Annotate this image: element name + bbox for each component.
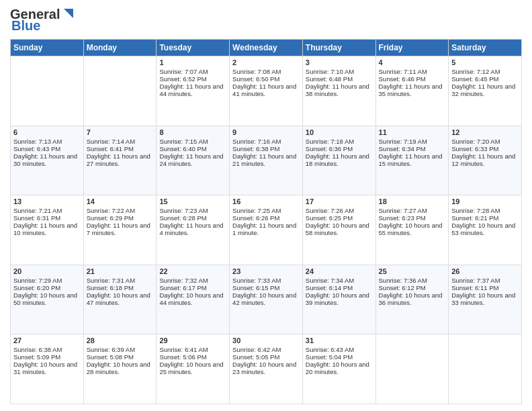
calendar-cell: 27Sunrise: 6:38 AMSunset: 5:09 PMDayligh…	[11, 334, 84, 404]
calendar-cell: 12Sunrise: 7:20 AMSunset: 6:33 PMDayligh…	[449, 126, 522, 195]
sunset-text: Sunset: 5:05 PM	[232, 353, 300, 361]
calendar-cell	[11, 56, 84, 126]
day-number: 4	[379, 58, 446, 66]
calendar-cell: 19Sunrise: 7:28 AMSunset: 6:21 PMDayligh…	[449, 195, 522, 265]
sunrise-text: Sunrise: 7:22 AM	[87, 207, 154, 214]
calendar-cell: 10Sunrise: 7:18 AMSunset: 6:36 PMDayligh…	[302, 126, 375, 195]
sunset-text: Sunset: 6:25 PM	[306, 214, 373, 222]
sunset-text: Sunset: 6:18 PM	[87, 284, 154, 291]
calendar-cell: 15Sunrise: 7:23 AMSunset: 6:28 PMDayligh…	[157, 195, 230, 265]
daylight-text: Daylight: 10 hours and 33 minutes.	[451, 291, 519, 306]
daylight-text: Daylight: 10 hours and 23 minutes.	[232, 361, 300, 375]
calendar-cell: 28Sunrise: 6:39 AMSunset: 5:08 PMDayligh…	[83, 334, 157, 404]
day-number: 30	[232, 336, 300, 345]
weekday-header-thursday: Thursday	[302, 40, 375, 56]
sunrise-text: Sunrise: 7:25 AM	[232, 207, 300, 214]
sunrise-text: Sunrise: 7:32 AM	[159, 277, 226, 284]
daylight-text: Daylight: 10 hours and 31 minutes.	[13, 361, 81, 375]
daylight-text: Daylight: 10 hours and 42 minutes.	[232, 291, 300, 306]
sunrise-text: Sunrise: 7:15 AM	[159, 138, 226, 145]
day-number: 1	[159, 58, 226, 66]
sunset-text: Sunset: 6:11 PM	[451, 284, 519, 291]
sunrise-text: Sunrise: 7:11 AM	[379, 68, 446, 75]
day-number: 24	[306, 267, 373, 275]
day-number: 19	[451, 197, 519, 205]
day-number: 17	[306, 197, 373, 205]
day-number: 16	[232, 197, 300, 205]
sunset-text: Sunset: 5:09 PM	[13, 353, 81, 361]
sunrise-text: Sunrise: 7:08 AM	[232, 68, 300, 75]
daylight-text: Daylight: 10 hours and 36 minutes.	[379, 291, 446, 306]
calendar-cell	[375, 334, 449, 404]
day-number: 26	[451, 267, 519, 275]
calendar-cell: 8Sunrise: 7:15 AMSunset: 6:40 PMDaylight…	[157, 126, 230, 195]
sunrise-text: Sunrise: 7:36 AM	[379, 277, 446, 284]
sunset-text: Sunset: 6:28 PM	[159, 214, 226, 222]
daylight-text: Daylight: 11 hours and 35 minutes.	[379, 83, 446, 97]
daylight-text: Daylight: 11 hours and 10 minutes.	[13, 222, 81, 236]
daylight-text: Daylight: 10 hours and 28 minutes.	[87, 361, 154, 375]
calendar-cell: 7Sunrise: 7:14 AMSunset: 6:41 PMDaylight…	[83, 126, 157, 195]
calendar-week-row: 6Sunrise: 7:13 AMSunset: 6:43 PMDaylight…	[11, 126, 522, 195]
day-number: 13	[13, 197, 81, 205]
daylight-text: Daylight: 11 hours and 44 minutes.	[159, 83, 226, 97]
sunrise-text: Sunrise: 7:19 AM	[379, 138, 446, 145]
calendar-cell: 29Sunrise: 6:41 AMSunset: 5:06 PMDayligh…	[157, 334, 230, 404]
daylight-text: Daylight: 11 hours and 18 minutes.	[306, 152, 373, 167]
daylight-text: Daylight: 10 hours and 53 minutes.	[451, 222, 519, 236]
weekday-header-wednesday: Wednesday	[230, 40, 303, 56]
calendar-cell: 4Sunrise: 7:11 AMSunset: 6:46 PMDaylight…	[375, 56, 449, 126]
calendar-week-row: 27Sunrise: 6:38 AMSunset: 5:09 PMDayligh…	[11, 334, 522, 404]
sunset-text: Sunset: 6:43 PM	[13, 145, 81, 152]
day-number: 11	[379, 128, 446, 136]
daylight-text: Daylight: 11 hours and 41 minutes.	[232, 83, 300, 97]
calendar-cell: 22Sunrise: 7:32 AMSunset: 6:17 PMDayligh…	[157, 265, 230, 334]
sunset-text: Sunset: 6:33 PM	[451, 145, 519, 152]
sunrise-text: Sunrise: 6:42 AM	[232, 346, 300, 353]
weekday-header-saturday: Saturday	[449, 40, 522, 56]
daylight-text: Daylight: 10 hours and 39 minutes.	[306, 291, 373, 306]
sunset-text: Sunset: 6:41 PM	[87, 145, 154, 152]
daylight-text: Daylight: 10 hours and 20 minutes.	[306, 361, 373, 375]
sunset-text: Sunset: 6:14 PM	[306, 284, 373, 291]
calendar-cell: 18Sunrise: 7:27 AMSunset: 6:23 PMDayligh…	[375, 195, 449, 265]
day-number: 25	[379, 267, 446, 275]
sunset-text: Sunset: 6:38 PM	[232, 145, 300, 152]
sunrise-text: Sunrise: 7:29 AM	[13, 277, 81, 284]
calendar-cell: 30Sunrise: 6:42 AMSunset: 5:05 PMDayligh…	[230, 334, 303, 404]
sunrise-text: Sunrise: 7:18 AM	[306, 138, 373, 145]
day-number: 12	[451, 128, 519, 136]
sunrise-text: Sunrise: 7:16 AM	[232, 138, 300, 145]
daylight-text: Daylight: 10 hours and 47 minutes.	[87, 291, 154, 306]
sunrise-text: Sunrise: 7:13 AM	[13, 138, 81, 145]
sunset-text: Sunset: 6:45 PM	[451, 75, 519, 83]
sunset-text: Sunset: 6:52 PM	[159, 75, 226, 83]
sunrise-text: Sunrise: 6:43 AM	[306, 346, 373, 353]
sunset-text: Sunset: 5:06 PM	[159, 353, 226, 361]
day-number: 14	[87, 197, 154, 205]
sunrise-text: Sunrise: 7:12 AM	[451, 68, 519, 75]
calendar-cell: 13Sunrise: 7:21 AMSunset: 6:31 PMDayligh…	[11, 195, 84, 265]
sunrise-text: Sunrise: 7:20 AM	[451, 138, 519, 145]
weekday-header-tuesday: Tuesday	[157, 40, 230, 56]
day-number: 29	[159, 336, 226, 345]
sunrise-text: Sunrise: 6:38 AM	[13, 346, 81, 353]
weekday-header-sunday: Sunday	[11, 40, 84, 56]
sunrise-text: Sunrise: 7:07 AM	[159, 68, 226, 75]
calendar-cell: 16Sunrise: 7:25 AMSunset: 6:26 PMDayligh…	[230, 195, 303, 265]
daylight-text: Daylight: 11 hours and 4 minutes.	[159, 222, 226, 236]
sunset-text: Sunset: 6:40 PM	[159, 145, 226, 152]
daylight-text: Daylight: 11 hours and 38 minutes.	[306, 83, 373, 97]
sunset-text: Sunset: 6:36 PM	[306, 145, 373, 152]
daylight-text: Daylight: 10 hours and 25 minutes.	[159, 361, 226, 375]
sunset-text: Sunset: 6:17 PM	[159, 284, 226, 291]
sunset-text: Sunset: 6:12 PM	[379, 284, 446, 291]
sunrise-text: Sunrise: 7:33 AM	[232, 277, 300, 284]
sunset-text: Sunset: 6:15 PM	[232, 284, 300, 291]
day-number: 3	[306, 58, 373, 66]
weekday-header-friday: Friday	[375, 40, 449, 56]
calendar-cell	[83, 56, 157, 126]
calendar-week-row: 20Sunrise: 7:29 AMSunset: 6:20 PMDayligh…	[11, 265, 522, 334]
daylight-text: Daylight: 11 hours and 32 minutes.	[451, 83, 519, 97]
calendar-cell: 17Sunrise: 7:26 AMSunset: 6:25 PMDayligh…	[302, 195, 375, 265]
